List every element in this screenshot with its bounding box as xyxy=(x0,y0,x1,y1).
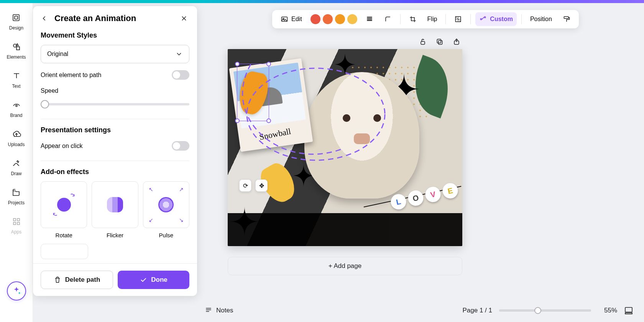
effect-rotate[interactable] xyxy=(41,181,87,228)
orient-to-path-toggle[interactable] xyxy=(172,70,189,80)
color-swatch-2[interactable] xyxy=(323,14,333,24)
effect-flicker-label: Flicker xyxy=(92,232,138,238)
separator xyxy=(445,14,446,24)
color-swatch-4[interactable] xyxy=(347,14,357,24)
slider-thumb[interactable] xyxy=(41,100,49,108)
rotate-preview-icon xyxy=(57,198,71,212)
flip-label: Flip xyxy=(427,16,437,23)
grid-view-button[interactable] xyxy=(624,306,633,315)
color-swatch-1[interactable] xyxy=(310,14,320,24)
design-canvas[interactable]: Snowball L O V E xyxy=(228,49,462,246)
element-floating-controls: ⟳ ✥ xyxy=(239,179,268,192)
add-page-button[interactable]: + Add page xyxy=(228,257,462,275)
rail-elements[interactable]: Elements xyxy=(7,41,26,60)
left-rail-nav: Design Elements Text Brand Uploads Draw … xyxy=(0,3,33,322)
border-radius-button[interactable] xyxy=(380,12,396,26)
divider xyxy=(41,119,189,119)
orient-to-path-row: Orient element to path xyxy=(41,70,189,80)
delete-path-button[interactable]: Delete path xyxy=(41,271,113,289)
move-handle[interactable]: ✥ xyxy=(255,179,268,192)
rail-apps-label: Apps xyxy=(11,229,21,235)
notes-icon xyxy=(205,307,212,314)
rail-uploads[interactable]: Uploads xyxy=(8,129,25,147)
main-dog-photo[interactable] xyxy=(304,72,419,199)
effect-rotate-label: Rotate xyxy=(41,232,87,238)
create-animation-panel: Create an Animation Movement Styles Orig… xyxy=(33,6,197,296)
custom-label: Custom xyxy=(490,16,513,23)
svg-rect-14 xyxy=(564,16,568,18)
projects-icon xyxy=(11,187,21,198)
rail-brand[interactable]: Brand xyxy=(10,100,22,118)
rail-text-label: Text xyxy=(12,84,20,89)
trash-icon xyxy=(54,276,61,284)
slider-track xyxy=(41,103,189,105)
notes-button[interactable]: Notes xyxy=(205,307,233,314)
zoom-thumb[interactable] xyxy=(534,307,541,314)
color-swatches xyxy=(309,14,359,24)
text-icon xyxy=(11,71,22,81)
effect-pulse[interactable]: ↖ ↗ ↙ ↘ xyxy=(143,181,189,228)
svg-rect-3 xyxy=(16,47,20,50)
svg-rect-6 xyxy=(17,219,20,221)
page-tools xyxy=(417,36,462,48)
effect-extra[interactable] xyxy=(41,244,88,259)
position-button[interactable]: Position xyxy=(526,12,556,26)
panel-title: Create an Animation xyxy=(54,13,174,23)
rail-draw[interactable]: Draw xyxy=(11,158,21,176)
rail-apps[interactable]: Apps xyxy=(11,216,22,235)
movement-styles-heading: Movement Styles xyxy=(41,31,189,39)
effect-flicker[interactable] xyxy=(92,181,138,228)
corner-icon xyxy=(384,15,392,23)
line-weight-button[interactable] xyxy=(362,12,377,26)
format-painter-button[interactable] xyxy=(559,12,574,26)
done-label: Done xyxy=(151,276,168,284)
edit-label: Edit xyxy=(291,16,302,23)
movement-style-select[interactable]: Original xyxy=(41,45,189,63)
resize-handle[interactable] xyxy=(266,118,271,123)
unlock-button[interactable] xyxy=(417,36,429,48)
image-icon xyxy=(281,15,288,23)
done-button[interactable]: Done xyxy=(118,271,189,289)
arrow-diag-icon: ↙ xyxy=(149,217,153,223)
edit-image-button[interactable]: Edit xyxy=(277,12,306,26)
elements-icon xyxy=(11,41,22,52)
animate-custom-button[interactable]: Custom xyxy=(475,12,517,26)
resize-handle[interactable] xyxy=(235,62,240,66)
crop-icon xyxy=(409,15,417,23)
rotate-handle[interactable]: ⟳ xyxy=(239,179,251,192)
arrow-diag-icon: ↖ xyxy=(149,186,153,192)
zoom-percentage[interactable]: 55% xyxy=(598,307,617,314)
crop-button[interactable] xyxy=(405,12,421,26)
close-panel-button[interactable] xyxy=(179,13,189,24)
export-icon xyxy=(453,38,460,46)
rail-text[interactable]: Text xyxy=(11,71,22,89)
svg-point-4 xyxy=(16,105,17,107)
effects-grid: Rotate Flicker ↖ ↗ ↙ ↘ Pulse xyxy=(41,181,189,238)
svg-rect-7 xyxy=(13,222,16,225)
flip-button[interactable]: Flip xyxy=(424,12,441,26)
ai-assistant-button[interactable] xyxy=(7,281,26,301)
paint-roller-icon xyxy=(563,15,570,23)
page-indicator[interactable]: Page 1 / 1 xyxy=(462,307,492,314)
share-page-button[interactable] xyxy=(451,36,462,48)
svg-rect-17 xyxy=(439,41,442,44)
draw-icon xyxy=(11,158,21,169)
movement-style-value: Original xyxy=(47,51,68,58)
selection-box[interactable] xyxy=(237,64,269,121)
speed-slider[interactable] xyxy=(41,100,189,109)
lock-open-icon xyxy=(419,38,427,46)
duplicate-page-button[interactable] xyxy=(434,36,445,48)
back-button[interactable] xyxy=(39,13,50,24)
arrow-diag-icon: ↗ xyxy=(179,186,184,192)
resize-handle[interactable] xyxy=(266,62,271,66)
resize-handle[interactable] xyxy=(235,118,240,123)
color-swatch-3[interactable] xyxy=(335,14,345,24)
appear-on-click-toggle[interactable] xyxy=(172,141,189,151)
zoom-slider[interactable] xyxy=(499,306,591,315)
svg-rect-15 xyxy=(421,41,425,44)
rail-design[interactable]: Design xyxy=(9,12,23,31)
orient-to-path-label: Orient element to path xyxy=(41,72,101,79)
rail-projects[interactable]: Projects xyxy=(8,187,25,205)
zoom-track xyxy=(499,309,591,312)
transparency-button[interactable] xyxy=(450,12,466,26)
